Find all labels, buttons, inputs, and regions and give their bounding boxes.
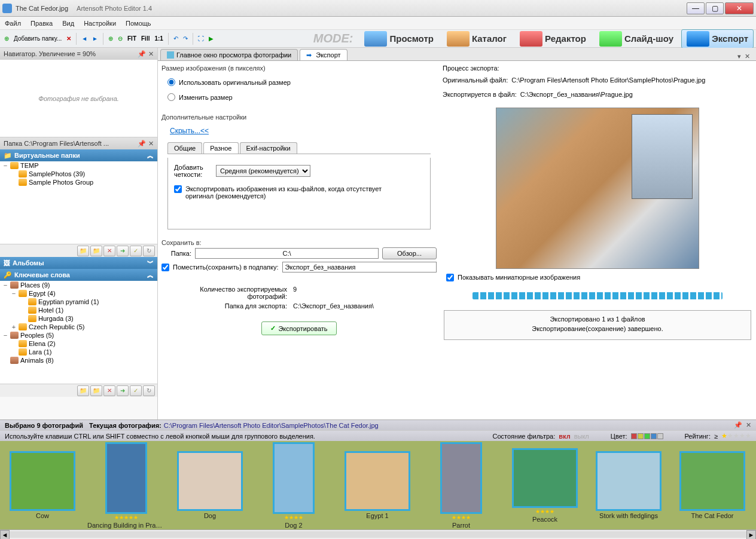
subtab-exif[interactable]: Exif-настройки	[240, 142, 297, 154]
pin-icon[interactable]: 📌	[138, 50, 146, 58]
tree-item[interactable]: Hotel (1)	[0, 306, 157, 314]
tree-item[interactable]: Egyptian pyramid (1)	[0, 298, 157, 306]
tb-icon[interactable]: 📁	[90, 385, 102, 396]
zoom-out-icon[interactable]: ⊖	[116, 34, 124, 43]
mode-редактор[interactable]: Редактор	[514, 29, 592, 48]
subfolder-checkbox[interactable]	[161, 264, 169, 271]
rating-compare[interactable]: ≥	[714, 433, 718, 440]
expand-icon[interactable]: −	[2, 162, 8, 169]
thumbnail[interactable]: ★★★★Peacock	[505, 448, 585, 523]
close-panel-icon[interactable]: ✕	[148, 140, 154, 148]
tree-item[interactable]: Elena (2)	[0, 339, 157, 348]
expand-icon[interactable]: −	[2, 332, 8, 339]
export-button[interactable]: ✓ Экспортировать	[261, 321, 336, 335]
cache-checkbox[interactable]	[174, 185, 182, 193]
mode-слайд-шоу[interactable]: Слайд-шоу	[594, 29, 679, 48]
rotate-left-icon[interactable]: ↶	[172, 34, 180, 43]
menu-edit[interactable]: Правка	[31, 20, 53, 27]
collapse-icon[interactable]: ︽	[147, 151, 154, 160]
horizontal-scrollbar[interactable]: ◄ ►	[0, 529, 756, 539]
tb-icon[interactable]: ✕	[103, 246, 115, 256]
tree-item[interactable]: Lara (1)	[0, 348, 157, 356]
tb-icon[interactable]: ✕	[103, 385, 115, 396]
pin-icon[interactable]: 📌	[734, 421, 742, 429]
thumbnail[interactable]: ★★★★Parrot	[421, 442, 501, 529]
delete-icon[interactable]: ✕	[65, 34, 73, 43]
subtab-misc[interactable]: Разное	[203, 142, 238, 154]
filter-off[interactable]: выкл	[574, 433, 589, 440]
rating-stars[interactable]: ★★★★★	[721, 432, 751, 440]
collapse-icon[interactable]: ︽	[147, 271, 154, 280]
expand-icon[interactable]: ︾	[147, 259, 154, 268]
tb-icon[interactable]: 📁	[90, 246, 102, 256]
radio-resize[interactable]	[167, 93, 175, 101]
color-swatches[interactable]	[631, 433, 663, 439]
tb-icon[interactable]: ✓	[130, 385, 142, 396]
fullscreen-icon[interactable]: ⛶	[196, 34, 206, 43]
menu-file[interactable]: Файл	[5, 20, 21, 27]
browse-button[interactable]: Обзор...	[382, 247, 437, 259]
scroll-left-icon[interactable]: ◄	[0, 530, 10, 539]
thumbnail[interactable]: ★★★★Dog 2	[254, 442, 334, 529]
fill-button[interactable]: Fill	[139, 34, 151, 43]
tree-item[interactable]: Animals (8)	[0, 356, 157, 365]
tb-icon[interactable]: 📁	[77, 246, 89, 256]
tree-item[interactable]: Hurgada (3)	[0, 314, 157, 323]
show-thumb-checkbox[interactable]	[446, 274, 454, 281]
tree-item[interactable]: −Places (9)	[0, 281, 157, 289]
expand-icon[interactable]: +	[11, 323, 17, 330]
hide-link[interactable]: Скрыть...<<	[161, 125, 437, 136]
close-panel-icon[interactable]: ✕	[148, 50, 154, 58]
menu-help[interactable]: Помощь	[126, 20, 151, 27]
subfolder-input[interactable]	[282, 262, 437, 272]
albums-header[interactable]: 🖼 Альбомы ︾	[0, 257, 157, 269]
menu-view[interactable]: Вид	[62, 20, 74, 27]
menu-settings[interactable]: Настройки	[84, 20, 116, 27]
add-folder-icon[interactable]: ⊕	[2, 34, 11, 43]
play-icon[interactable]: ▶	[207, 34, 215, 43]
virtual-folders-header[interactable]: 📁 Виртуальные папки ︽	[0, 149, 157, 161]
thumbnail[interactable]: ★★★★★Dancing Building in Prague	[86, 442, 166, 529]
mode-экспорт[interactable]: Экспорт	[681, 29, 754, 48]
prev-icon[interactable]: ◄	[80, 34, 89, 43]
scroll-right-icon[interactable]: ►	[746, 530, 756, 539]
radio-original[interactable]	[167, 78, 175, 86]
tree-item[interactable]: Sample Photos Group	[0, 178, 157, 186]
keywords-header[interactable]: 🔑 Ключевые слова ︽	[0, 269, 157, 281]
zoom-in-icon[interactable]: ⊕	[106, 34, 115, 43]
thumbnail[interactable]: The Cat Fedor	[672, 451, 752, 519]
thumbnail[interactable]: Stork with fledglings	[589, 451, 669, 519]
tree-item[interactable]: −Egypt (4)	[0, 289, 157, 298]
fit-button[interactable]: FIT	[126, 34, 138, 43]
minimize-button[interactable]: —	[687, 2, 705, 14]
thumbnail[interactable]: Dog	[170, 451, 250, 519]
mode-каталог[interactable]: Каталог	[441, 29, 512, 48]
close-button[interactable]: ✕	[725, 2, 754, 14]
sharpen-select[interactable]: Средняя (рекомендуется)	[216, 165, 310, 177]
expand-icon[interactable]: −	[2, 281, 8, 289]
tab-export[interactable]: ➡ Экспорт	[300, 49, 347, 60]
one-to-one-button[interactable]: 1:1	[153, 34, 164, 43]
filter-on[interactable]: вкл	[559, 433, 570, 440]
next-icon[interactable]: ►	[90, 34, 100, 43]
tree-item[interactable]: −TEMP	[0, 161, 157, 170]
close-tab-icon[interactable]: ✕	[745, 53, 750, 60]
rotate-right-icon[interactable]: ↷	[181, 34, 190, 43]
tb-icon[interactable]: ✓	[130, 246, 142, 256]
scroll-track[interactable]	[10, 531, 746, 538]
maximize-button[interactable]: ▢	[706, 2, 724, 14]
expand-icon[interactable]: −	[11, 290, 17, 297]
tb-icon[interactable]: ↻	[143, 385, 155, 396]
tb-icon[interactable]: ➜	[117, 246, 129, 256]
subtab-general[interactable]: Общие	[167, 142, 202, 154]
mode-просмотр[interactable]: Просмотр	[359, 29, 438, 48]
add-folder-button[interactable]: Добавить папку...	[12, 34, 63, 43]
tree-item[interactable]: SamplePhotos (39)	[0, 170, 157, 178]
tree-item[interactable]: −Peoples (5)	[0, 331, 157, 339]
thumbnail[interactable]: Cow	[2, 451, 83, 519]
dropdown-icon[interactable]: ▾	[737, 53, 741, 60]
pin-icon[interactable]: 📌	[138, 140, 146, 148]
close-icon[interactable]: ✕	[746, 421, 751, 429]
tree-item[interactable]: +Czech Republic (5)	[0, 323, 157, 331]
thumbnail[interactable]: Egypt 1	[337, 451, 417, 519]
